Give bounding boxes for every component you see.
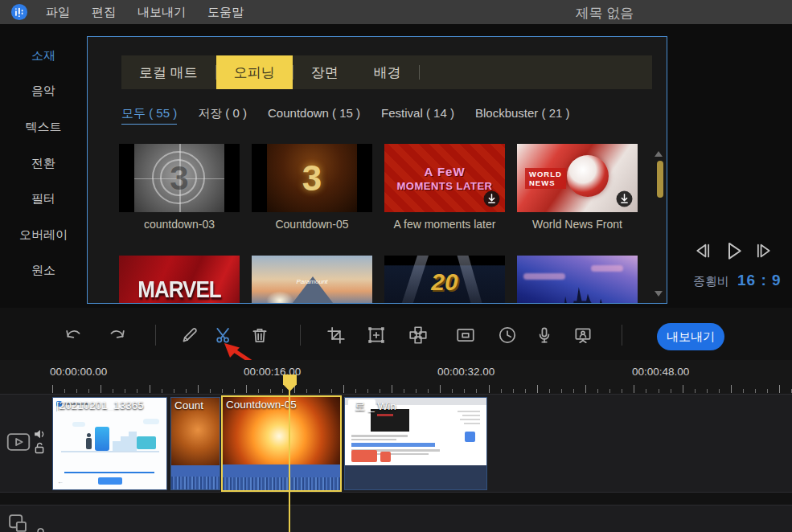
tab-background[interactable]: 배경 bbox=[356, 55, 419, 89]
template-thumbnail[interactable]: 20 bbox=[384, 256, 505, 304]
timeline-clip-countdown[interactable]: Count bbox=[170, 397, 220, 490]
template-thumbnail[interactable]: A FeW MOMENTS LATER bbox=[384, 144, 505, 212]
ruler-tick bbox=[270, 389, 271, 393]
duration-clock-icon[interactable] bbox=[497, 325, 518, 346]
tab-separator bbox=[419, 65, 420, 80]
ruler-tick bbox=[561, 389, 562, 393]
tab-opening[interactable]: 오피닝 bbox=[216, 55, 293, 89]
ruler-tick bbox=[355, 389, 356, 393]
art-shape bbox=[465, 432, 475, 442]
filter-blockbuster[interactable]: Blockbuster ( 21 ) bbox=[475, 106, 570, 122]
video-track-icon bbox=[6, 432, 31, 452]
scrollbar-thumb[interactable] bbox=[657, 161, 663, 198]
download-icon[interactable] bbox=[616, 190, 633, 207]
play-button[interactable] bbox=[721, 238, 745, 262]
aspect-ratio-value: 16 : 9 bbox=[737, 272, 782, 289]
menu-edit[interactable]: 편집 bbox=[92, 5, 116, 20]
template-thumbnail[interactable]: 3 bbox=[252, 144, 372, 212]
ruler-tick bbox=[258, 389, 259, 393]
template-thumbnail[interactable]: MARVEL bbox=[119, 256, 240, 304]
timeline-ruler[interactable]: 00:00:00.00 00:00:16.00 00:00:32.00 00:0… bbox=[0, 360, 792, 394]
sidebar-item-material[interactable]: 소재 bbox=[0, 38, 87, 74]
toolbar-divider bbox=[300, 325, 301, 346]
sidebar-item-music[interactable]: 음악 bbox=[0, 74, 87, 110]
tab-local-matte[interactable]: 로컬 매트 bbox=[121, 55, 215, 89]
art-shape: 3 bbox=[134, 144, 224, 212]
ruler-tick bbox=[319, 389, 320, 393]
filter-all[interactable]: 모두 ( 55 ) bbox=[121, 106, 177, 125]
speaker-icon[interactable] bbox=[33, 428, 47, 440]
toolbar-divider bbox=[622, 325, 622, 346]
next-frame-button[interactable] bbox=[753, 239, 775, 261]
crop-icon[interactable] bbox=[326, 325, 347, 346]
unlock-icon[interactable] bbox=[33, 441, 46, 455]
ruler-tick bbox=[659, 389, 659, 393]
voiceover-mic-icon[interactable] bbox=[534, 325, 555, 346]
sidebar-item-overlay[interactable]: 오버레이 bbox=[0, 217, 87, 253]
lock-icon[interactable] bbox=[35, 526, 47, 532]
ruler-tick bbox=[707, 389, 708, 393]
sidebar: 소재 음악 텍스트 전환 필터 오버레이 원소 bbox=[0, 24, 87, 308]
redo-icon[interactable] bbox=[107, 325, 128, 346]
ruler-tick bbox=[150, 385, 150, 393]
template-name: countdown-03 bbox=[119, 218, 240, 231]
timeline-clip-browser[interactable]: 로 _ Win bbox=[344, 397, 487, 490]
ruler-tick bbox=[222, 389, 223, 393]
art-shape bbox=[98, 477, 122, 485]
zoom-frame-icon[interactable] bbox=[366, 325, 387, 346]
video-track[interactable]: ← [20210201_13365 Count Countdown-05 bbox=[0, 394, 792, 493]
window-title: 제목 없음 bbox=[576, 4, 634, 23]
scroll-up-icon[interactable] bbox=[655, 151, 663, 157]
ruler-tick bbox=[282, 389, 283, 393]
template-thumbnail[interactable]: 3 bbox=[119, 144, 240, 212]
audio-waveform bbox=[223, 464, 340, 490]
ruler-ticks bbox=[0, 383, 792, 394]
edit-pencil-icon[interactable] bbox=[179, 325, 200, 346]
overlay-track[interactable] bbox=[0, 505, 792, 532]
scroll-down-icon[interactable] bbox=[655, 291, 663, 297]
library-tabbar: 로컬 매트 오피닝 장면 배경 bbox=[121, 55, 652, 89]
ruler-tick bbox=[113, 389, 113, 393]
filter-saved[interactable]: 저장 ( 0 ) bbox=[198, 106, 247, 124]
timeline-clip-countdown-05-selected[interactable]: Countdown-05 bbox=[221, 395, 342, 492]
art-shape bbox=[72, 422, 85, 427]
menu-help[interactable]: 도움말 bbox=[207, 5, 244, 20]
previous-frame-button[interactable] bbox=[691, 239, 713, 261]
thumbnail-text: 20 bbox=[384, 268, 505, 296]
sidebar-item-filter[interactable]: 필터 bbox=[0, 181, 87, 217]
ruler-tick bbox=[101, 385, 101, 393]
filter-festival[interactable]: Festival ( 14 ) bbox=[381, 106, 454, 122]
template-thumbnail[interactable]: WORLD NEWS bbox=[517, 144, 638, 212]
art-shape bbox=[462, 415, 480, 416]
timeline-tracks: ← [20210201_13365 Count Countdown-05 bbox=[0, 394, 792, 532]
sidebar-item-transition[interactable]: 전환 bbox=[0, 145, 87, 182]
menu-file[interactable]: 파일 bbox=[46, 5, 70, 20]
screen-record-icon[interactable] bbox=[572, 325, 593, 346]
ruler-tick bbox=[513, 389, 514, 393]
timeline-clip-recording[interactable]: ← [20210201_13365 bbox=[52, 397, 167, 490]
ruler-tick bbox=[634, 385, 634, 393]
ruler-tick bbox=[671, 389, 671, 393]
menu-export[interactable]: 내보내기 bbox=[137, 5, 186, 20]
ruler-tick bbox=[695, 389, 696, 393]
ruler-tick bbox=[404, 389, 404, 393]
sidebar-item-text[interactable]: 텍스트 bbox=[0, 109, 87, 145]
sidebar-item-elements[interactable]: 원소 bbox=[0, 253, 87, 289]
pip-icon[interactable] bbox=[455, 325, 476, 346]
art-shape bbox=[567, 155, 609, 197]
download-icon[interactable] bbox=[483, 190, 500, 207]
template-thumbnail[interactable]: Paramount bbox=[252, 256, 372, 304]
template-thumbnail[interactable] bbox=[517, 256, 638, 304]
ruler-timestamp: 00:00:48.00 bbox=[632, 366, 689, 378]
ruler-tick bbox=[525, 389, 526, 393]
filter-countdown[interactable]: Countdown ( 15 ) bbox=[268, 106, 360, 122]
ruler-tick bbox=[367, 389, 368, 393]
mosaic-icon[interactable] bbox=[408, 325, 429, 346]
menu-list: 파일 편집 내보내기 도움말 bbox=[46, 5, 244, 20]
aspect-ratio-control[interactable]: 종횡비 16 : 9 bbox=[693, 272, 782, 289]
export-button[interactable]: 내보내기 bbox=[657, 323, 724, 350]
tab-scene[interactable]: 장면 bbox=[293, 55, 356, 89]
ruler-tick bbox=[683, 385, 683, 393]
ruler-tick bbox=[416, 389, 417, 393]
undo-icon[interactable] bbox=[63, 325, 84, 346]
